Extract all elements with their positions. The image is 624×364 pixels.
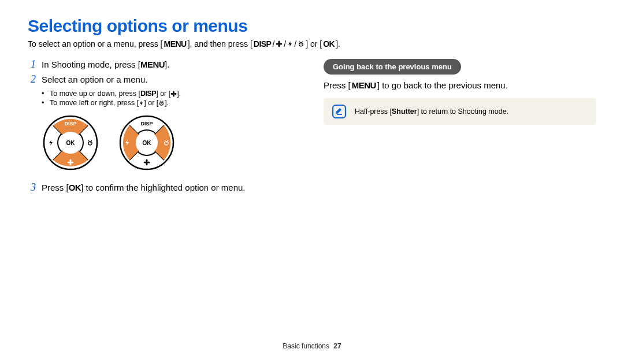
control-wheel-horizontal: DISP OK (118, 114, 176, 172)
intro-text: ] or [ (306, 39, 322, 49)
control-wheel-diagrams: DISP OK DISP (42, 114, 300, 172)
disp-label: DISP (64, 121, 76, 127)
ok-key: OK (323, 39, 335, 49)
bullet-text: ]. (165, 99, 169, 107)
step-number: 2 (28, 74, 36, 84)
note-icon (332, 104, 347, 119)
shutter-key: Shutter (392, 107, 417, 116)
menu-key: MENU (164, 39, 186, 49)
menu-key: MENU (352, 80, 376, 90)
bullet-text: To move up or down, press [ (50, 90, 140, 98)
page-title: Selecting options or menus (28, 16, 596, 36)
step-text: ]. (165, 60, 169, 69)
bullet-text: ] or [ (156, 90, 170, 98)
note-text-b: ] to return to Shooting mode. (417, 107, 508, 116)
flower-icon (276, 40, 283, 47)
list-item: To move left or right, press [] or []. (42, 99, 300, 107)
para-text: Press [ (324, 80, 351, 90)
intro-text: ], and then press [ (188, 39, 252, 49)
step-text: ] to confirm the highlighted option or m… (81, 183, 245, 192)
menu-key: MENU (140, 59, 165, 70)
subsection-heading: Going back to the previous menu (324, 59, 461, 75)
step-1: 1 In Shooting mode, press [MENU]. (28, 59, 300, 70)
disp-key: DISP (254, 39, 272, 49)
para-text: ] to go back to the previous menu. (377, 80, 508, 90)
left-column: 1 In Shooting mode, press [MENU]. 2 Sele… (28, 59, 300, 197)
bullet-text: ]. (177, 90, 181, 98)
list-item: To move up or down, press [DISP] or []. (42, 90, 300, 98)
footer-section: Basic functions (283, 342, 329, 350)
intro-paragraph: To select an option or a menu, press [ M… (28, 39, 596, 49)
note-callout: Half-press [Shutter] to return to Shooti… (324, 98, 596, 125)
step-text: Select an option or a menu. (42, 74, 300, 86)
page-footer: Basic functions 27 (0, 342, 624, 350)
step-text: Press [ (42, 183, 69, 192)
ok-label: OK (66, 140, 76, 146)
intro-text: ]. (336, 39, 340, 49)
step-2-bullets: To move up or down, press [DISP] or []. … (42, 90, 300, 107)
sep: / (272, 39, 274, 49)
disp-key: DISP (140, 90, 156, 98)
timer-icon (158, 100, 165, 106)
sep: / (284, 39, 286, 49)
bullet-text: ] or [ (144, 99, 158, 107)
note-text: Half-press [Shutter] to return to Shooti… (355, 107, 508, 116)
right-paragraph: Press [ MENU ] to go back to the previou… (324, 80, 596, 90)
sep: / (294, 39, 296, 49)
step-number: 3 (28, 182, 36, 192)
note-text-a: Half-press [ (355, 107, 392, 116)
step-text: In Shooting mode, press [ (42, 60, 140, 69)
bullet-text: To move left or right, press [ (50, 99, 139, 107)
intro-text: To select an option or a menu, press [ (28, 39, 162, 49)
flash-icon (139, 100, 144, 106)
step-2: 2 Select an option or a menu. (28, 74, 300, 86)
flower-icon (170, 91, 177, 97)
step-number: 1 (28, 59, 36, 69)
ok-label: OK (143, 140, 152, 146)
control-wheel-vertical: DISP OK (42, 114, 99, 172)
timer-icon (298, 40, 304, 47)
step-3: 3 Press [OK] to confirm the highlighted … (28, 182, 300, 194)
flash-icon (287, 40, 293, 47)
disp-label: DISP (140, 121, 153, 127)
ok-key: OK (69, 182, 81, 194)
right-column: Going back to the previous menu Press [ … (324, 59, 596, 197)
page-number: 27 (333, 342, 341, 350)
